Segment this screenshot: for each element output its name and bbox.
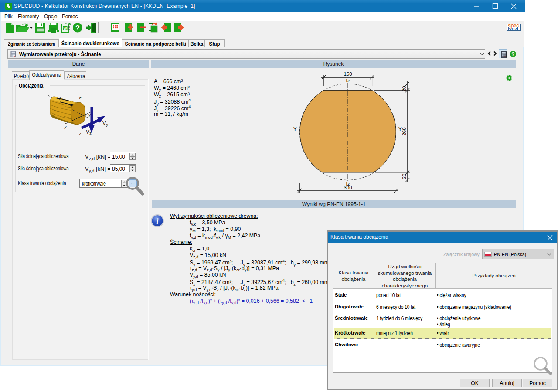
svg-text:260: 260 xyxy=(401,127,407,135)
svg-text:Vy: Vy xyxy=(102,120,108,127)
svg-text:Y: Y xyxy=(293,126,297,132)
svg-text:150: 150 xyxy=(344,71,352,77)
svg-text:20: 20 xyxy=(401,86,407,92)
svg-text:?: ? xyxy=(511,51,514,57)
svg-text:Iz: Iz xyxy=(346,78,350,83)
svg-text:i: i xyxy=(156,216,159,226)
svg-text:z: z xyxy=(79,131,82,136)
svg-text:Y: Y xyxy=(398,126,402,132)
svg-text:300: 300 xyxy=(344,185,352,190)
svg-text:W: W xyxy=(63,26,67,30)
svg-text:20: 20 xyxy=(401,174,407,179)
svg-text:y: y xyxy=(64,124,67,129)
svg-text:z: z xyxy=(79,95,82,100)
svg-text:?: ? xyxy=(75,24,80,32)
